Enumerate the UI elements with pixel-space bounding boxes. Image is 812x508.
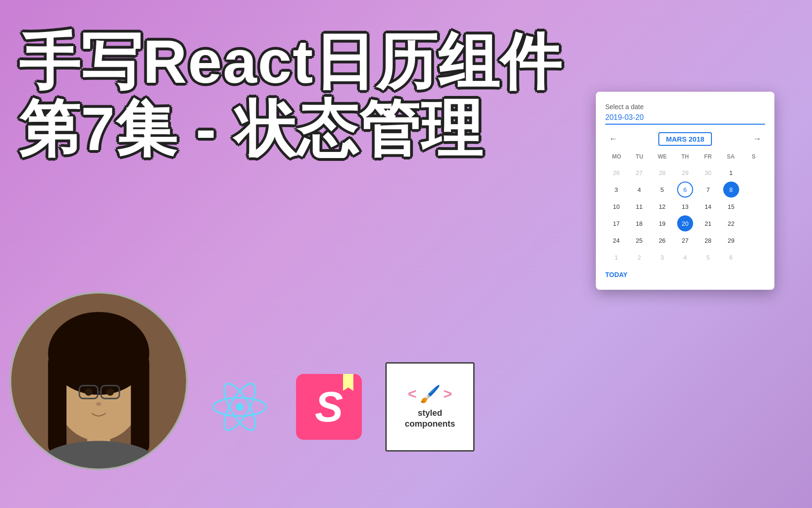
styled-components-icon: < 🖌️ > styledcomponents [385, 362, 475, 452]
cal-next-button[interactable]: → [749, 132, 765, 146]
cal-day[interactable]: 27 [677, 232, 693, 248]
cal-day[interactable]: 26 [608, 165, 624, 181]
title-block: 手写React日历组件 第7集 - 状态管理 [19, 28, 562, 163]
title-line2: 第7集 - 状态管理 [19, 95, 562, 163]
cal-day[interactable]: 7 [700, 182, 716, 198]
cal-day[interactable]: 6 [723, 249, 739, 265]
cal-month-title[interactable]: MARS 2018 [658, 132, 712, 146]
cal-day[interactable]: 12 [654, 198, 670, 214]
cal-day[interactable] [746, 249, 762, 265]
cal-day[interactable]: 4 [677, 249, 693, 265]
svg-point-11 [85, 389, 93, 396]
cal-weekday-tu: TU [628, 151, 651, 162]
storybook-icon: S [296, 374, 362, 440]
cal-day[interactable]: 10 [608, 198, 624, 214]
cal-weekday-we: WE [651, 151, 674, 162]
svg-point-12 [107, 389, 114, 396]
react-icon [207, 374, 273, 440]
cal-weekday-sa: SA [719, 151, 742, 162]
sc-label: styledcomponents [405, 408, 455, 430]
storybook-s: S [315, 383, 343, 431]
cal-day[interactable]: 18 [631, 215, 647, 231]
cal-day[interactable]: 2 [631, 249, 647, 265]
cal-day[interactable]: 1 [723, 165, 739, 181]
cal-day[interactable]: 24 [608, 232, 624, 248]
cal-day[interactable]: 28 [654, 165, 670, 181]
cal-day[interactable]: 4 [631, 182, 647, 198]
icons-row: S < 🖌️ > styledcomponents [207, 362, 475, 452]
cal-weekday-th: TH [674, 151, 697, 162]
cal-day[interactable]: 20 [677, 215, 693, 231]
sc-icons-row: < 🖌️ > [408, 384, 452, 404]
cal-weekdays: MO TU WE TH FR SA S [605, 151, 765, 162]
cal-day[interactable]: 27 [631, 165, 647, 181]
svg-rect-5 [131, 353, 149, 454]
calendar-widget: Select a date 2019-03-20 ← MARS 2018 → M… [596, 92, 774, 290]
cal-day[interactable]: 5 [654, 182, 670, 198]
cal-label: Select a date [605, 103, 765, 111]
cal-days: 2627282930134567810111213141517181920212… [605, 165, 765, 265]
cal-prev-button[interactable]: ← [605, 132, 621, 146]
cal-day[interactable]: 3 [608, 182, 624, 198]
cal-day[interactable]: 8 [723, 182, 739, 198]
cal-day[interactable]: 29 [677, 165, 693, 181]
cal-day[interactable]: 15 [723, 198, 739, 214]
cal-day[interactable] [746, 232, 762, 248]
cal-day[interactable]: 21 [700, 215, 716, 231]
storybook-bookmark [343, 374, 353, 391]
title-line1: 手写React日历组件 [19, 28, 562, 95]
cal-day[interactable]: 30 [700, 165, 716, 181]
cal-date-input[interactable]: 2019-03-20 [605, 113, 765, 125]
svg-point-14 [236, 403, 244, 411]
avatar [9, 292, 188, 470]
sc-bracket-right: > [444, 385, 453, 403]
svg-point-13 [96, 402, 102, 406]
cal-day[interactable] [746, 215, 762, 231]
cal-day[interactable]: 25 [631, 232, 647, 248]
cal-day[interactable] [746, 165, 762, 181]
svg-rect-4 [48, 353, 66, 454]
cal-weekday-mo: MO [605, 151, 628, 162]
cal-day[interactable]: 26 [654, 232, 670, 248]
avatar-image [11, 292, 186, 470]
react-svg [207, 374, 273, 440]
cal-grid: MO TU WE TH FR SA S 26272829301345678101… [605, 151, 765, 265]
cal-day[interactable]: 28 [700, 232, 716, 248]
cal-day[interactable]: 1 [608, 249, 624, 265]
cal-day[interactable]: 17 [608, 215, 624, 231]
cal-weekday-su: S [742, 151, 765, 162]
cal-day[interactable]: 3 [654, 249, 670, 265]
cal-day[interactable] [746, 198, 762, 214]
cal-weekday-fr: FR [696, 151, 719, 162]
cal-day[interactable]: 11 [631, 198, 647, 214]
cal-header: ← MARS 2018 → [605, 132, 765, 146]
cal-day[interactable]: 29 [723, 232, 739, 248]
cal-today-button[interactable]: TODAY [605, 265, 627, 280]
cal-day[interactable]: 5 [700, 249, 716, 265]
cal-day[interactable]: 19 [654, 215, 670, 231]
cal-day[interactable]: 14 [700, 198, 716, 214]
sc-brush-icon: 🖌️ [420, 384, 441, 404]
cal-day[interactable] [746, 182, 762, 198]
sc-bracket-left: < [408, 385, 417, 403]
cal-day[interactable]: 13 [677, 198, 693, 214]
cal-day[interactable]: 6 [677, 182, 693, 198]
cal-day[interactable]: 22 [723, 215, 739, 231]
